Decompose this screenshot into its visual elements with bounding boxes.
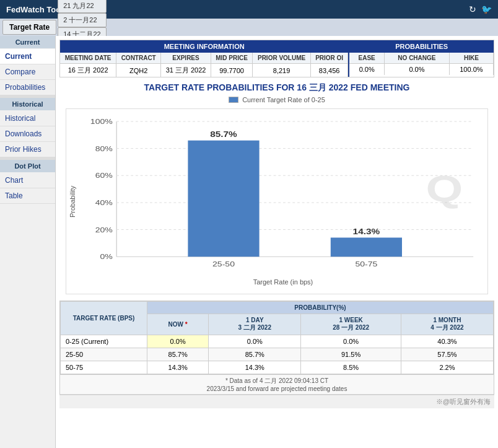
legend-box (229, 97, 238, 103)
historical-section-label: Historical (0, 98, 55, 110)
prob-col-ease: EASE (349, 53, 384, 64)
prob-value-2-1: 14.3% (209, 361, 301, 374)
meeting-cell: 8,219 (253, 64, 311, 77)
bar-50-75 (331, 237, 402, 257)
meeting-col-expires: EXPIRES (161, 53, 211, 64)
meeting-cell: ZQH2 (116, 64, 161, 77)
svg-text:14.3%: 14.3% (353, 227, 380, 235)
meeting-info-table: MEETING DATECONTRACTEXPIRESMID PRICEPRIO… (60, 53, 348, 77)
current-section-label: Current (0, 36, 55, 48)
sidebar-dot-chart[interactable]: Chart (0, 173, 55, 188)
main-layout: Current CurrentCompareProbabilities Hist… (0, 36, 498, 448)
prob-value-2-0: 14.3% (147, 361, 209, 374)
prob-value-0-0: 0.0% (147, 335, 209, 348)
sidebar-hist-downloads[interactable]: Downloads (0, 126, 55, 142)
svg-text:20%: 20% (95, 226, 113, 234)
svg-text:25-50: 25-50 (212, 261, 235, 268)
probability-col-header: PROBABILITY(%) (147, 302, 494, 314)
chart-subtitle-text: Current Target Rate of 0-25 (242, 96, 325, 103)
meeting-info-section: MEETING INFORMATION MEETING DATECONTRACT… (60, 40, 348, 77)
prob-col-hike: HIKE (449, 53, 493, 64)
prob-row-label-1: 25-50 (61, 348, 147, 361)
svg-text:Q: Q (426, 168, 463, 209)
header-icons: ↻ 🐦 (469, 4, 492, 14)
sub-header-2: 1 WEEK28 一月 2022 (301, 314, 401, 335)
footnote: * Data as of 4 二月 2022 09:04:13 CT 2023/… (60, 374, 494, 394)
prob-cell: 100.0% (449, 64, 493, 76)
prob-row-label-2: 50-75 (61, 361, 147, 374)
sub-header-1: 1 DAY3 二月 2022 (209, 314, 301, 335)
chart-area: Probability 100% 80% 60% 40% (66, 108, 488, 294)
sidebar-current-current[interactable]: Current (0, 49, 55, 64)
sidebar-current-compare[interactable]: Compare (0, 64, 55, 80)
current-nav: CurrentCompareProbabilities (0, 49, 55, 95)
prob-value-0-3: 40.3% (401, 335, 493, 348)
app-title: FedWatch Tool (6, 5, 63, 14)
prob-bottom-table-container: TARGET RATE (BPS) PROBABILITY(%) NOW *1 … (59, 301, 494, 395)
prob-cell: 0.0% (349, 64, 384, 76)
footnote-line1: * Data as of 4 二月 2022 09:04:13 CT (62, 377, 492, 385)
prob-value-0-1: 0.0% (209, 335, 301, 348)
meeting-col-prior-oi: PRIOR OI (310, 53, 347, 64)
prob-col-no change: NO CHANGE (385, 53, 450, 64)
svg-text:85.7%: 85.7% (210, 130, 237, 138)
sidebar-hist-prior hikes[interactable]: Prior Hikes (0, 142, 55, 157)
y-axis-label: Probability (66, 109, 79, 294)
meeting-cell: 83,456 (310, 64, 347, 77)
meeting-cell: 99.7700 (211, 64, 252, 77)
watermark: ※@听见窗外有海 (59, 395, 494, 408)
chart-subtitle: Current Target Rate of 0-25 (59, 96, 494, 103)
meeting-col-prior-volume: PRIOR VOLUME (253, 53, 311, 64)
svg-text:80%: 80% (95, 145, 113, 152)
chart-title: TARGET RATE PROBABILITIES FOR 16 三月 2022… (59, 82, 494, 94)
svg-text:100%: 100% (90, 118, 113, 125)
sub-header-0: NOW * (147, 314, 209, 335)
meeting-col-contract: CONTRACT (116, 53, 161, 64)
prob-value-1-1: 85.7% (209, 348, 301, 361)
meeting-col-mid-price: MID PRICE (211, 53, 252, 64)
footnote-line2: 2023/3/15 and forward are projected meet… (62, 385, 492, 392)
svg-text:50-75: 50-75 (355, 261, 377, 268)
prob-value-2-2: 8.5% (301, 361, 401, 374)
prob-bottom-table: TARGET RATE (BPS) PROBABILITY(%) NOW *1 … (60, 301, 494, 374)
sidebar-current-probabilities[interactable]: Probabilities (0, 80, 55, 95)
bar-25-50 (188, 141, 259, 257)
prob-cell: 0.0% (385, 64, 450, 76)
probabilities-section: PROBABILITIES EASENO CHANGEHIKE 0.0%0.0%… (348, 40, 494, 77)
svg-text:60%: 60% (95, 172, 113, 180)
target-rate-header: TARGET RATE (BPS) (61, 302, 147, 335)
svg-text:0%: 0% (100, 253, 112, 261)
tab-5[interactable]: 2 十一月22 (58, 13, 107, 27)
prob-value-1-3: 57.5% (401, 348, 493, 361)
meeting-cell: 16 三月 2022 (60, 64, 116, 77)
meeting-col-meeting-date: MEETING DATE (60, 53, 116, 64)
prob-table: EASENO CHANGEHIKE 0.0%0.0%100.0% (349, 53, 494, 75)
meeting-info-header: MEETING INFORMATION (60, 40, 348, 53)
chart-svg: 100% 80% 60% 40% 20% 0% (85, 115, 481, 275)
dotplot-nav: ChartTable (0, 173, 55, 204)
dotplot-section-label: Dot Plot (0, 160, 55, 172)
sub-header-3: 1 MONTH4 一月 2022 (401, 314, 493, 335)
main-content: MEETING INFORMATION MEETING DATECONTRACT… (56, 36, 498, 448)
sidebar-dot-table[interactable]: Table (0, 188, 55, 204)
prob-value-1-2: 91.5% (301, 348, 401, 361)
historical-nav: HistoricalDownloadsPrior Hikes (0, 111, 55, 157)
sidebar-hist-historical[interactable]: Historical (0, 111, 55, 126)
prob-value-2-3: 2.2% (401, 361, 493, 374)
refresh-icon[interactable]: ↻ (469, 4, 476, 14)
chart-plot: 100% 80% 60% 40% 20% 0% (79, 109, 487, 294)
prob-value-1-0: 85.7% (147, 348, 209, 361)
tab-4[interactable]: 21 九月22 (58, 0, 107, 13)
prob-row-label-0: 0-25 (Current) (61, 335, 147, 348)
target-rate-tab[interactable]: Target Rate (2, 20, 56, 35)
prob-row-1: 25-5085.7%85.7%91.5%57.5% (61, 348, 494, 361)
info-container: MEETING INFORMATION MEETING DATECONTRACT… (59, 40, 494, 77)
probabilities-header: PROBABILITIES (349, 40, 494, 53)
meeting-cell: 31 三月 2022 (161, 64, 211, 77)
twitter-icon[interactable]: 🐦 (481, 4, 492, 14)
sidebar: Current CurrentCompareProbabilities Hist… (0, 36, 56, 448)
prob-row-2: 50-7514.3%14.3%8.5%2.2% (61, 361, 494, 374)
svg-text:40%: 40% (95, 199, 113, 206)
prob-row-0: 0-25 (Current)0.0%0.0%0.0%40.3% (61, 335, 494, 348)
tab-row: Target Rate 16 三月224 三月2215 六月2227 七月222… (0, 19, 498, 36)
